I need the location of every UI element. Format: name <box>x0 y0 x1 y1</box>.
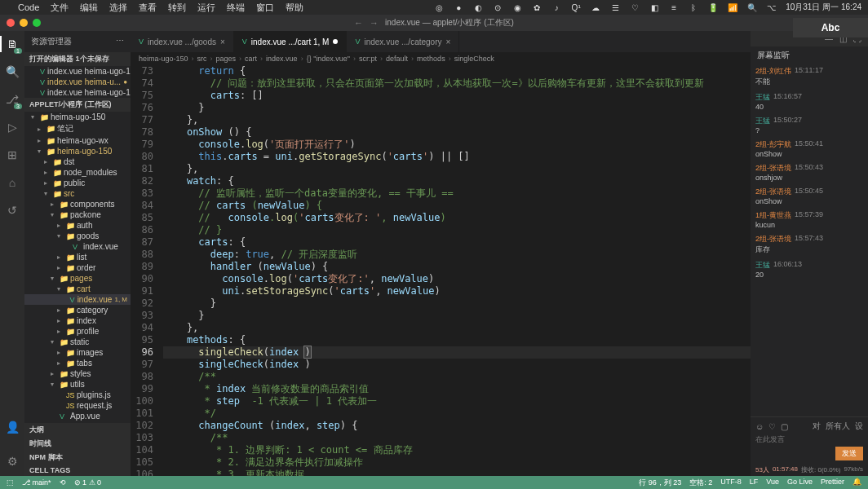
menu-go[interactable]: 转到 <box>168 2 186 14</box>
status-icon[interactable]: ✿ <box>531 2 542 13</box>
search-icon[interactable]: 🔍 <box>746 2 758 13</box>
tree-item[interactable]: ▸📁styles <box>24 368 131 379</box>
status-icon[interactable]: ♪ <box>551 2 562 13</box>
bluetooth-icon[interactable]: ᛒ <box>688 2 699 13</box>
send-button[interactable]: 发送 <box>835 447 863 460</box>
language[interactable]: Vue <box>766 478 779 488</box>
tree-item[interactable]: ▸📁profile <box>24 326 131 337</box>
indent[interactable]: 空格: 2 <box>689 478 712 488</box>
status-icon[interactable]: ☁ <box>590 2 601 13</box>
menu-terminal[interactable]: 终端 <box>227 2 245 14</box>
menu-file[interactable]: 文件 <box>51 2 69 14</box>
maximize-window-button[interactable] <box>33 19 41 27</box>
tree-item[interactable]: Vindex.vue heima-ugo-150... <box>24 87 131 98</box>
tree-item[interactable]: ▸📁heima-ugo-wx <box>24 135 131 146</box>
status-icon[interactable]: ● <box>453 2 464 13</box>
status-icon[interactable]: ◎ <box>433 2 445 13</box>
cursor-position[interactable]: 行 96，列 23 <box>639 478 681 488</box>
breadcrumb-item[interactable]: index.vue <box>266 55 298 63</box>
tree-item[interactable]: Vindex.vue heima-u...● <box>24 77 131 87</box>
tree-item[interactable]: ▾📁src <box>24 188 131 199</box>
tree-item[interactable]: ▾📁heima-ugo-150 <box>24 146 131 156</box>
menu-app[interactable]: Code <box>18 2 39 12</box>
emoji-icon[interactable]: ☺ <box>755 422 764 431</box>
menu-window[interactable]: 窗口 <box>256 2 274 14</box>
tree-item[interactable]: JSrequest.js <box>24 400 131 411</box>
tree-item[interactable]: ▸📁order <box>24 262 131 273</box>
sidebar-more-icon[interactable]: ⋯ <box>116 36 124 47</box>
tree-item[interactable]: ▾📁packone <box>24 209 131 220</box>
remote-indicator[interactable]: ⬚ <box>7 478 14 487</box>
tree-item[interactable]: VApp.vue <box>24 411 131 421</box>
chat-input[interactable] <box>755 435 863 443</box>
tree-item[interactable]: ▸📁components <box>24 199 131 209</box>
timeline-section[interactable]: 时间线 <box>24 437 131 451</box>
image-icon[interactable]: ▢ <box>781 422 788 431</box>
extensions-icon[interactable]: ⊞ <box>4 147 20 163</box>
tree-item[interactable]: ▸📁index <box>24 315 131 326</box>
tree-item[interactable]: ▾📁utils <box>24 379 131 390</box>
code-editor[interactable]: 7374757677787980818283848586878889909192… <box>131 65 751 476</box>
menubar-datetime[interactable]: 10月31日 周一 16:24 <box>786 2 861 13</box>
debug-icon[interactable]: ▷ <box>4 119 20 135</box>
tree-item[interactable]: ▸📁public <box>24 178 131 188</box>
more-icon[interactable]: ↺ <box>4 202 20 218</box>
breadcrumb-item[interactable]: src <box>197 55 207 63</box>
tree-item[interactable]: ▸📁dst <box>24 156 131 167</box>
git-branch[interactable]: ⎇ main* <box>22 478 51 487</box>
outline-section[interactable]: 大纲 <box>24 423 131 437</box>
nav-forward-icon[interactable]: → <box>370 18 379 28</box>
tree-item[interactable]: Vindex.vue1, M <box>24 294 131 305</box>
menu-help[interactable]: 帮助 <box>286 2 303 14</box>
breadcrumb-item[interactable]: singleCheck <box>454 55 494 63</box>
menu-select[interactable]: 选择 <box>109 2 127 14</box>
breadcrumbs[interactable]: heima-ugo-150›src›pages›cart›index.vue›{… <box>131 52 751 65</box>
tree-item[interactable]: Vindex.vue heima-ugo-150 ... <box>24 66 131 77</box>
breadcrumb-item[interactable]: methods <box>417 55 445 63</box>
breadcrumb-item[interactable]: default <box>386 55 408 63</box>
status-icon[interactable]: ♡ <box>629 2 640 13</box>
tree-item[interactable]: ▾📁goods <box>24 231 131 241</box>
tree-item[interactable]: ▸📁node_modules <box>24 167 131 178</box>
remote-icon[interactable]: ⌂ <box>4 174 20 191</box>
settings-label[interactable]: 设 <box>855 421 863 432</box>
breadcrumb-item[interactable]: scr:pt <box>359 55 377 63</box>
tree-item[interactable]: ▸📁category <box>24 305 131 315</box>
wifi-icon[interactable]: 📶 <box>727 2 738 13</box>
status-icon[interactable]: Q¹ <box>570 2 582 13</box>
tree-item[interactable]: ▸📁auth <box>24 220 131 231</box>
editor-tab[interactable]: Vindex.vue .../goods× <box>131 31 234 52</box>
heart-icon[interactable]: ♡ <box>768 422 776 431</box>
editor-tab[interactable]: Vindex.vue .../category× <box>347 31 459 52</box>
breadcrumb-item[interactable]: {} "index.vue" <box>307 55 350 63</box>
menu-run[interactable]: 运行 <box>197 2 215 14</box>
tree-item[interactable]: ▾📁cart <box>24 284 131 294</box>
breadcrumb-item[interactable]: heima-ugo-150 <box>139 55 188 63</box>
explorer-icon[interactable]: 🗎1 <box>4 36 20 52</box>
editor-tab[interactable]: Vindex.vue .../cart 1, M <box>234 31 348 52</box>
tree-item[interactable]: ▸📁tabs <box>24 358 131 368</box>
workspace-section[interactable]: APPLET/小程序 (工作区) <box>24 98 131 112</box>
celltags-section[interactable]: CELL TAGS <box>24 465 131 476</box>
status-icon[interactable]: ◧ <box>649 2 660 13</box>
menu-edit[interactable]: 编辑 <box>80 2 98 14</box>
notifications-icon[interactable]: 🔔 <box>852 478 861 488</box>
status-icon[interactable]: ≡ <box>668 2 680 13</box>
status-icon[interactable]: ◉ <box>512 2 523 13</box>
source-control-icon[interactable]: ⎇3 <box>4 91 20 108</box>
breadcrumb-item[interactable]: cart <box>245 55 257 63</box>
breadcrumb-item[interactable]: pages <box>216 55 237 63</box>
tree-item[interactable]: ▾📁static <box>24 337 131 347</box>
tree-item[interactable]: JSplugins.js <box>24 390 131 400</box>
tree-item[interactable]: ▾📁heima-ugo-150 <box>24 112 131 122</box>
search-icon[interactable]: 🔍 <box>4 64 20 80</box>
tree-item[interactable]: ▸📁笔记 <box>24 122 131 135</box>
account-icon[interactable]: 👤 <box>4 419 20 435</box>
encoding[interactable]: UTF-8 <box>720 478 742 488</box>
nav-back-icon[interactable]: ← <box>354 18 363 28</box>
close-window-button[interactable] <box>7 19 15 27</box>
tree-item[interactable]: ▸📁images <box>24 347 131 358</box>
chat-messages[interactable]: 2组-刘红伟15:11:17不能王猛15:16:5740王猛15:50:27?2… <box>751 64 868 416</box>
status-icon[interactable]: ⊙ <box>492 2 503 13</box>
prettier[interactable]: Prettier <box>821 478 844 488</box>
